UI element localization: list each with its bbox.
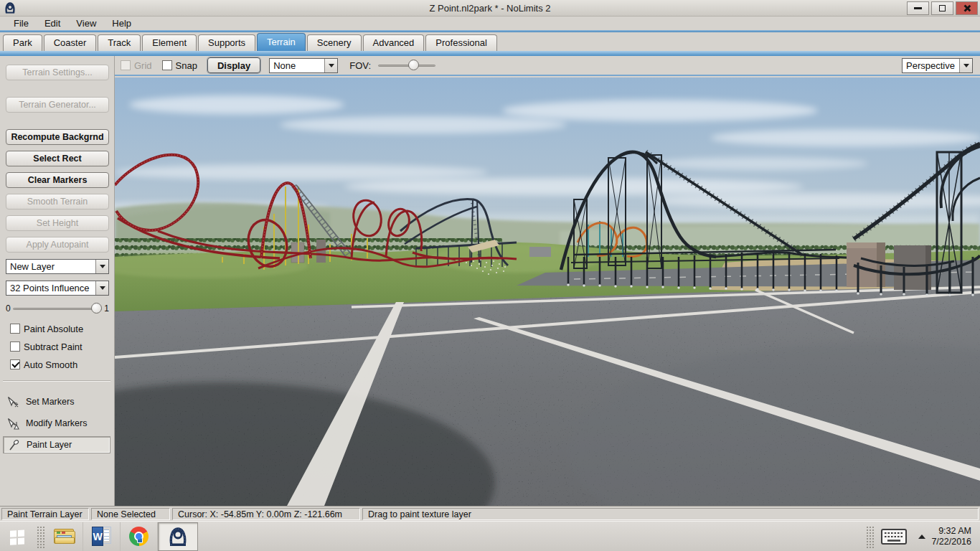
menu-file[interactable]: File [6,18,37,29]
chevron-down-icon [100,265,105,268]
slider-min-label: 0 [6,303,13,314]
minimize-button[interactable] [907,1,929,15]
keyboard-icon[interactable] [880,527,908,546]
tab-scenery[interactable]: Scenery [307,34,362,51]
windows-logo-icon [9,528,26,545]
nolimits-taskbar-button[interactable] [158,522,198,551]
paint-strength-handle[interactable] [91,303,102,314]
subtract-paint-checkbox[interactable] [10,342,20,352]
menu-edit[interactable]: Edit [37,18,68,29]
layer-select-arrow-button[interactable] [95,260,108,273]
minimize-icon [914,7,922,9]
apply-autopaint-button[interactable]: Apply Autopaint [6,237,109,253]
terrain-sidebar: Terrain Settings... Terrain Generator...… [0,56,115,506]
chrome-icon [129,527,149,546]
paint-layer-icon [8,439,20,451]
tab-element[interactable]: Element [142,34,197,51]
tray-grip[interactable] [865,525,874,548]
terrain-settings-button[interactable]: Terrain Settings... [6,65,109,80]
nolimits-icon [168,527,188,547]
chevron-down-icon [329,64,334,67]
fov-slider-handle[interactable] [408,60,419,70]
terrain-3d-viewport[interactable] [115,77,980,506]
close-icon [963,4,971,12]
fov-slider[interactable] [378,60,435,71]
word-icon: W [92,527,111,546]
start-button[interactable] [0,522,34,551]
windows-taskbar: W 9:32 AM 7/22/2016 [0,521,980,551]
layer-select-value: New Layer [6,260,95,273]
file-explorer-button[interactable] [46,522,83,551]
paint-layer-tool[interactable]: Paint Layer [3,436,110,453]
fov-slider-track [378,65,435,67]
paint-absolute-label: Paint Absolute [24,324,83,334]
snap-checkbox[interactable] [162,60,172,70]
influence-select[interactable]: 32 Points Influence [6,281,109,296]
auto-smooth-row: Auto Smooth [10,359,77,370]
tab-professional[interactable]: Professional [425,34,497,51]
view-mode-value: Perspective [903,59,959,72]
taskbar-clock[interactable]: 9:32 AM 7/22/2016 [931,526,971,547]
tab-bar: Park Coaster Track Element Supports Terr… [0,32,980,51]
smooth-terrain-button[interactable]: Smooth Terrain [6,194,109,209]
menu-view[interactable]: View [68,18,104,29]
display-button[interactable]: Display [207,57,260,73]
tab-coaster[interactable]: Coaster [44,34,97,51]
paint-absolute-checkbox[interactable] [10,324,20,334]
texture-select[interactable]: None [269,58,338,73]
taskbar-grip[interactable] [36,525,44,548]
title-bar: Z Point.nl2park * - NoLimits 2 [0,0,980,17]
paint-layer-label: Paint Layer [27,440,72,450]
paint-strength-slider[interactable] [13,303,102,314]
view-mode-arrow-button[interactable] [959,59,972,72]
word-button[interactable]: W [83,522,121,551]
sidebar-divider [3,380,110,382]
set-markers-tool[interactable]: Set Markers [3,393,110,410]
clear-markers-button[interactable]: Clear Markers [6,172,109,188]
tray-expand-arrow[interactable] [918,534,925,539]
texture-select-value: None [270,59,324,72]
chevron-down-icon [100,286,105,290]
restore-icon [939,5,946,11]
window-title: Z Point.nl2park * - NoLimits 2 [0,3,980,14]
layer-select[interactable]: New Layer [6,259,109,274]
close-button[interactable] [956,1,978,15]
status-cursor-coords: Cursor: X: -54.85m Y: 0.00m Z: -121.66m [172,508,360,520]
fov-label: FOV: [349,60,371,71]
set-height-button[interactable]: Set Height [6,215,109,231]
modify-markers-tool[interactable]: Modify Markers [3,415,110,432]
chrome-button[interactable] [121,522,158,551]
terrain-3d-scene [115,77,980,506]
menu-bar: File Edit View Help [0,17,980,30]
terrain-toolbar: Grid Snap Display None FOV: Perspective [115,56,980,76]
tab-track[interactable]: Track [98,34,141,51]
view-mode-select[interactable]: Perspective [902,58,973,73]
terrain-generator-button[interactable]: Terrain Generator... [6,97,109,113]
tab-supports[interactable]: Supports [198,34,255,51]
auto-smooth-checkbox[interactable] [10,359,20,369]
set-markers-label: Set Markers [26,397,74,407]
status-mode: Paint Terrain Layer [1,508,89,520]
restore-button[interactable] [931,1,953,15]
tab-advanced[interactable]: Advanced [363,34,425,51]
clock-date: 7/22/2016 [931,537,971,547]
set-markers-icon [7,396,19,408]
status-hint: Drag to paint texture layer [362,508,979,520]
paint-strength-row: 0 1 [6,302,109,315]
select-rect-button[interactable]: Select Rect [6,151,109,166]
chevron-down-icon [963,64,969,67]
grid-checkbox[interactable] [121,60,131,70]
nolimits-app-icon [4,2,16,14]
tab-park[interactable]: Park [3,34,42,51]
auto-smooth-label: Auto Smooth [24,359,77,370]
influence-select-value: 32 Points Influence [6,281,95,295]
paint-absolute-row: Paint Absolute [10,323,83,334]
menu-help[interactable]: Help [104,18,139,29]
tab-terrain[interactable]: Terrain [257,33,306,51]
texture-select-arrow-button[interactable] [324,59,337,72]
recompute-backgrnd-button[interactable]: Recompute Backgrnd [6,129,109,145]
slider-max-label: 1 [102,303,109,314]
grid-label: Grid [134,60,152,71]
paint-strength-track [13,308,102,310]
influence-select-arrow-button[interactable] [95,281,108,295]
